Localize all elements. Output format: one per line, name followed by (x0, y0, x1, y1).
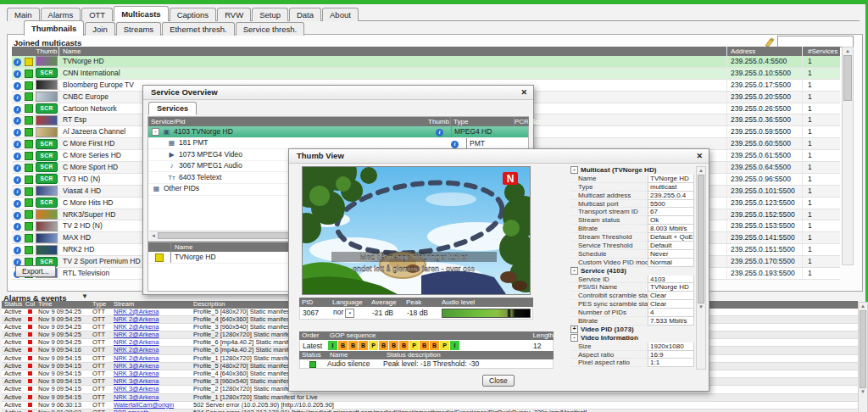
language-select[interactable]: nor▪ (331, 308, 370, 317)
stream-link[interactable]: NRK 2@Arkena (114, 347, 159, 354)
property-value[interactable]: 4103 (648, 276, 694, 284)
scroll-up-icon[interactable]: ▲ (859, 303, 867, 310)
stream-link[interactable]: NRK 3@Arkena (114, 378, 159, 385)
stream-link[interactable]: WaterfallCam@origin (114, 402, 174, 409)
stream-link[interactable]: NRK 3@Arkena (114, 386, 159, 393)
info-icon[interactable]: i (14, 223, 21, 231)
subtab-thumbnails[interactable]: Thumbnails (24, 20, 84, 36)
close-icon[interactable]: ✕ (520, 86, 527, 99)
multicast-row[interactable]: iSCRCNN International239.255.0.10:55001 (12, 68, 840, 80)
close-icon[interactable]: ✕ (696, 149, 703, 163)
info-icon[interactable]: i (451, 141, 459, 148)
property-value[interactable]: Normal (648, 259, 694, 267)
property-value[interactable]: Ok (648, 216, 694, 225)
scroll-thumb[interactable] (843, 55, 852, 101)
stream-link[interactable]: NRK 2@Arkena (114, 316, 159, 323)
property-value[interactable]: Clear (648, 300, 694, 309)
stream-link[interactable]: NRK 2@Arkena (114, 339, 159, 346)
property-value[interactable]: 8.003 Mbit/s (648, 225, 694, 233)
stream-link[interactable]: NRK 3@Arkena (114, 363, 159, 370)
tab-data[interactable]: Data (289, 8, 321, 21)
tab-setup[interactable]: Setup (252, 8, 288, 21)
stream-link[interactable]: NRK 3@Arkena (114, 394, 159, 401)
property-group[interactable]: -Service (4103) (570, 267, 694, 276)
property-value[interactable]: 239.255.0.4 (648, 192, 694, 200)
property-group[interactable]: -Video Information (570, 334, 694, 342)
property-value[interactable]: 4 (648, 309, 694, 317)
info-icon[interactable]: i (14, 212, 21, 220)
scroll-left-icon[interactable]: ◄ (149, 231, 158, 240)
property-value[interactable]: Default (648, 242, 694, 250)
info-icon[interactable]: i (14, 58, 21, 66)
subtab-ethernet-thresh[interactable]: Ethernet thresh. (162, 22, 235, 36)
close-button[interactable]: Close (482, 375, 515, 387)
property-value[interactable]: 5500 (648, 200, 694, 209)
alarm-row[interactable]: ActiveNov 9 09:54:15OTTNRK 3@ArkenaProfi… (2, 394, 858, 402)
info-icon[interactable]: i (14, 188, 21, 196)
multicast-search-input[interactable] (777, 36, 854, 47)
property-group[interactable]: +Video PID (1073) (570, 326, 694, 334)
stream-link[interactable]: NRK 2@Arkena (114, 355, 159, 362)
info-icon[interactable]: i (14, 164, 21, 172)
scroll-up-icon[interactable]: ▲ (843, 47, 853, 55)
tab-multicasts[interactable]: Multicasts (114, 6, 168, 21)
tab-captions[interactable]: Captions (170, 8, 217, 21)
property-group[interactable]: -Multicast (TVNorge HD) (570, 166, 694, 175)
expand-icon[interactable]: + (570, 326, 578, 333)
property-value[interactable]: 67 (648, 208, 694, 216)
stream-link[interactable]: NRK 2@Arkena (114, 324, 159, 331)
chevron-down-icon[interactable]: ▼ (81, 292, 88, 300)
scroll-down-icon[interactable]: ▼ (697, 303, 705, 311)
subtab-service-thresh[interactable]: Service thresh. (236, 22, 304, 36)
property-value[interactable]: TVNorge HD (648, 283, 694, 292)
collapse-icon[interactable]: - (570, 166, 578, 174)
scroll-up-icon[interactable]: ▲ (697, 167, 705, 175)
multicast-table-scrollbar[interactable]: ▲ (842, 47, 854, 265)
subtab-join[interactable]: Join (85, 22, 114, 36)
property-value[interactable]: multicast (648, 183, 694, 192)
info-icon[interactable]: i (14, 70, 21, 78)
info-icon[interactable]: i (14, 247, 21, 254)
property-value[interactable]: Never (648, 250, 694, 259)
info-icon[interactable]: i (14, 106, 21, 114)
scroll-thumb[interactable] (860, 310, 866, 388)
property-value[interactable]: TVNorge HD (648, 175, 694, 183)
tab-main[interactable]: Main (7, 8, 40, 21)
subtab-streams[interactable]: Streams (116, 22, 161, 36)
property-value[interactable]: Clear (648, 292, 694, 300)
combo-arrow-icon[interactable]: ▪ (345, 309, 354, 318)
collapse-icon[interactable]: - (570, 267, 578, 275)
stream-link[interactable]: NRK 2@Arkena (114, 331, 159, 338)
tab-rvw[interactable]: RVW (217, 8, 251, 21)
info-icon[interactable]: i (14, 153, 21, 160)
collapse-icon[interactable]: - (570, 334, 578, 342)
scroll-thumb[interactable] (698, 175, 704, 303)
info-icon[interactable]: i (14, 176, 21, 184)
properties-scrollbar[interactable]: ▲ ▼ (696, 166, 706, 370)
info-icon[interactable]: i (14, 235, 21, 242)
expander-icon[interactable]: - (152, 128, 159, 136)
property-value[interactable]: 16:9 (648, 351, 694, 359)
info-icon[interactable]: i (436, 129, 443, 136)
info-icon[interactable]: i (14, 94, 21, 102)
info-icon[interactable]: i (14, 129, 21, 136)
tab-alarms[interactable]: Alarms (41, 8, 81, 21)
export-button[interactable]: Export... (15, 265, 56, 277)
property-value[interactable]: Default + QoE (648, 233, 694, 242)
info-icon[interactable]: i (14, 200, 21, 208)
info-icon[interactable]: i (14, 117, 21, 125)
property-value[interactable]: 7.533 Mbit/s (648, 317, 694, 326)
tab-services[interactable]: Services (148, 102, 197, 115)
alarm-row[interactable]: ActiveNov 9 06:30:13OTTWaterfallCam@orig… (2, 402, 858, 409)
info-icon[interactable]: i (14, 141, 21, 148)
tab-about[interactable]: About (322, 8, 359, 21)
property-value[interactable]: 1920x1080 (648, 342, 694, 351)
multicast-row[interactable]: iTVNorge HD239.255.0.4:55001 (12, 56, 840, 68)
tab-ott[interactable]: OTT (81, 8, 113, 21)
scroll-down-icon[interactable]: ▼ (859, 388, 867, 396)
stream-link[interactable]: NRK 3@Arkena (114, 370, 159, 377)
info-icon[interactable]: i (14, 82, 21, 90)
tree-row[interactable]: -▣4103 TVNorge HDiMPEG4 HD (148, 126, 528, 138)
stream-link[interactable]: NRK 2@Arkena (114, 309, 159, 315)
alarms-scrollbar[interactable]: ▲ ▼ (858, 302, 868, 412)
